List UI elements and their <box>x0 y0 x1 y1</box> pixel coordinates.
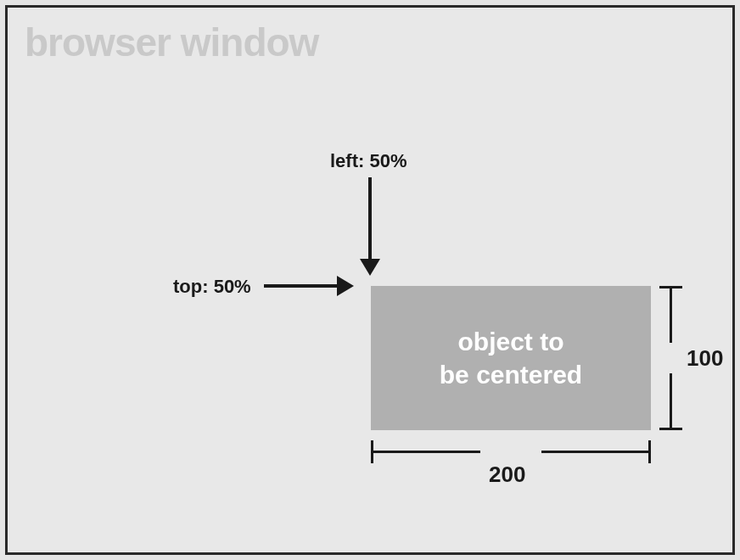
label-left-position: left: 50% <box>330 150 406 172</box>
dimension-height-tick-bottom <box>659 428 682 430</box>
browser-window-frame: browser window left: 50% top: 50% object… <box>5 5 735 555</box>
dimension-height-label: 100 <box>687 345 723 372</box>
dimension-width-tick-right <box>648 440 651 463</box>
arrow-right-icon <box>264 284 340 288</box>
arrow-down-icon <box>368 177 372 262</box>
centered-object-text: object to be centered <box>440 325 582 391</box>
dimension-width-label-bg <box>480 440 541 462</box>
dimension-width-label: 200 <box>489 462 525 488</box>
label-top-position: top: 50% <box>173 276 251 298</box>
dimension-height-label-bg <box>665 343 677 373</box>
centered-object-box: object to be centered <box>371 286 651 430</box>
diagram-title: browser window <box>25 20 318 65</box>
